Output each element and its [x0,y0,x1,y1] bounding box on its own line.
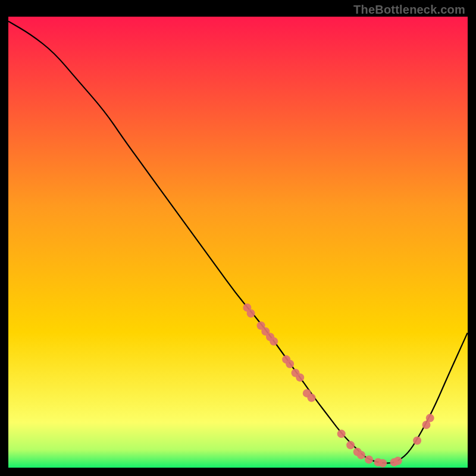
data-dot [378,459,387,467]
chart-svg [8,17,468,468]
data-dot [394,457,402,465]
data-dot [346,441,355,449]
data-dot [286,360,294,368]
data-dot [296,373,304,381]
data-dot [426,414,434,422]
data-dot [337,430,346,438]
data-dot [357,451,365,459]
data-dot [413,437,421,445]
watermark-text: TheBottleneck.com [353,3,465,17]
data-dot [365,455,373,464]
data-dot [270,337,278,346]
data-dot [308,394,316,402]
chart-background [8,17,468,468]
chart-plot [8,17,468,468]
data-dot [247,309,255,318]
